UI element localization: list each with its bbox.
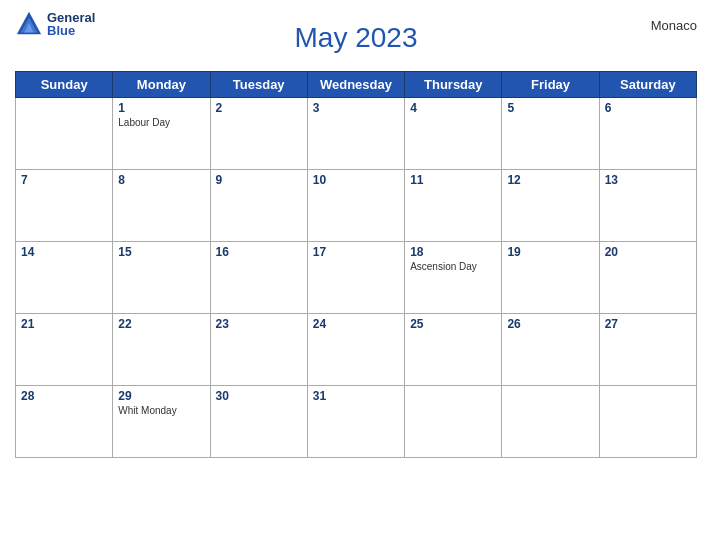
- calendar-table: Sunday Monday Tuesday Wednesday Thursday…: [15, 71, 697, 458]
- day-number: 21: [21, 317, 107, 331]
- calendar-cell: 22: [113, 314, 210, 386]
- week-row-2: 78910111213: [16, 170, 697, 242]
- title-area: May 2023: [295, 22, 418, 54]
- header-tuesday: Tuesday: [210, 72, 307, 98]
- calendar-cell: 5: [502, 98, 599, 170]
- calendar-cell: 4: [405, 98, 502, 170]
- day-number: 17: [313, 245, 399, 259]
- day-number: 25: [410, 317, 496, 331]
- calendar-cell: 24: [307, 314, 404, 386]
- calendar-cell: 14: [16, 242, 113, 314]
- day-number: 30: [216, 389, 302, 403]
- day-number: 4: [410, 101, 496, 115]
- day-number: 15: [118, 245, 204, 259]
- day-number: 13: [605, 173, 691, 187]
- calendar-cell: 21: [16, 314, 113, 386]
- day-number: 9: [216, 173, 302, 187]
- day-number: 11: [410, 173, 496, 187]
- calendar-cell: 10: [307, 170, 404, 242]
- logo: General Blue: [15, 10, 95, 38]
- day-number: 20: [605, 245, 691, 259]
- week-row-4: 21222324252627: [16, 314, 697, 386]
- calendar-cell: 20: [599, 242, 696, 314]
- calendar-cell: 9: [210, 170, 307, 242]
- calendar-cell: 29Whit Monday: [113, 386, 210, 458]
- calendar-cell: 25: [405, 314, 502, 386]
- calendar-cell: 28: [16, 386, 113, 458]
- calendar-cell: [502, 386, 599, 458]
- header-sunday: Sunday: [16, 72, 113, 98]
- calendar-cell: 1Labour Day: [113, 98, 210, 170]
- calendar-cell: 31: [307, 386, 404, 458]
- day-number: 5: [507, 101, 593, 115]
- calendar-page: General Blue May 2023 Monaco Sunday Mond…: [0, 0, 712, 550]
- week-row-5: 2829Whit Monday3031: [16, 386, 697, 458]
- day-number: 3: [313, 101, 399, 115]
- calendar-cell: 30: [210, 386, 307, 458]
- calendar-cell: 19: [502, 242, 599, 314]
- calendar-cell: 8: [113, 170, 210, 242]
- logo-words: General Blue: [47, 11, 95, 37]
- day-number: 18: [410, 245, 496, 259]
- day-number: 19: [507, 245, 593, 259]
- calendar-title: May 2023: [295, 22, 418, 53]
- calendar-cell: 11: [405, 170, 502, 242]
- header-friday: Friday: [502, 72, 599, 98]
- weekday-header-row: Sunday Monday Tuesday Wednesday Thursday…: [16, 72, 697, 98]
- calendar-header: General Blue May 2023 Monaco: [15, 10, 697, 65]
- calendar-cell: 7: [16, 170, 113, 242]
- header-saturday: Saturday: [599, 72, 696, 98]
- day-number: 12: [507, 173, 593, 187]
- header-thursday: Thursday: [405, 72, 502, 98]
- day-number: 23: [216, 317, 302, 331]
- calendar-cell: 26: [502, 314, 599, 386]
- day-number: 27: [605, 317, 691, 331]
- calendar-cell: 13: [599, 170, 696, 242]
- calendar-cell: 16: [210, 242, 307, 314]
- country-label: Monaco: [651, 18, 697, 33]
- calendar-cell: 15: [113, 242, 210, 314]
- calendar-cell: 17: [307, 242, 404, 314]
- holiday-name: Ascension Day: [410, 261, 496, 272]
- logo-icon: [15, 10, 43, 38]
- calendar-cell: 6: [599, 98, 696, 170]
- day-number: 22: [118, 317, 204, 331]
- day-number: 6: [605, 101, 691, 115]
- day-number: 29: [118, 389, 204, 403]
- day-number: 24: [313, 317, 399, 331]
- calendar-cell: 23: [210, 314, 307, 386]
- calendar-cell: 3: [307, 98, 404, 170]
- header-wednesday: Wednesday: [307, 72, 404, 98]
- day-number: 7: [21, 173, 107, 187]
- day-number: 26: [507, 317, 593, 331]
- day-number: 16: [216, 245, 302, 259]
- day-number: 31: [313, 389, 399, 403]
- week-row-1: 1Labour Day23456: [16, 98, 697, 170]
- day-number: 28: [21, 389, 107, 403]
- header-monday: Monday: [113, 72, 210, 98]
- calendar-cell: [405, 386, 502, 458]
- holiday-name: Whit Monday: [118, 405, 204, 416]
- day-number: 8: [118, 173, 204, 187]
- calendar-cell: 18Ascension Day: [405, 242, 502, 314]
- logo-blue: Blue: [47, 24, 95, 37]
- calendar-cell: [599, 386, 696, 458]
- holiday-name: Labour Day: [118, 117, 204, 128]
- calendar-cell: 27: [599, 314, 696, 386]
- day-number: 2: [216, 101, 302, 115]
- calendar-cell: [16, 98, 113, 170]
- day-number: 10: [313, 173, 399, 187]
- week-row-3: 1415161718Ascension Day1920: [16, 242, 697, 314]
- day-number: 1: [118, 101, 204, 115]
- day-number: 14: [21, 245, 107, 259]
- calendar-cell: 12: [502, 170, 599, 242]
- calendar-cell: 2: [210, 98, 307, 170]
